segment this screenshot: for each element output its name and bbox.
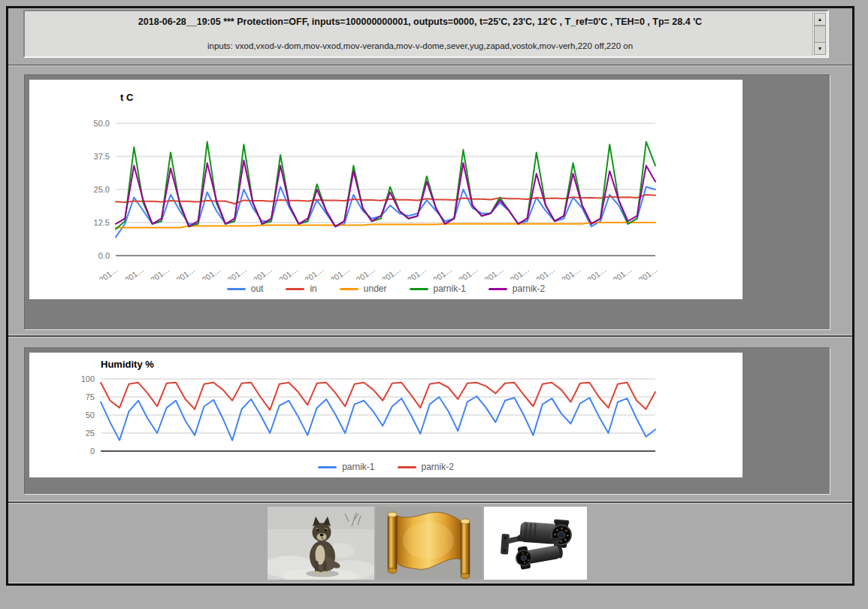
scrollbar-up-button[interactable]: ▲	[814, 13, 826, 26]
legend-label-parnik-1: parnik-1	[342, 462, 374, 472]
svg-text:201…: 201…	[380, 265, 403, 280]
svg-text:201…: 201…	[97, 265, 119, 280]
humidity-legend: parnik-1parnik-2	[29, 458, 742, 476]
temperature-panel: t C 0.012.525.037.550.0201…201…201…201…2…	[24, 74, 830, 330]
svg-text:50: 50	[86, 411, 95, 420]
svg-text:201…: 201…	[534, 265, 557, 280]
svg-text:201…: 201…	[406, 265, 428, 280]
svg-text:201…: 201…	[508, 265, 531, 280]
legend-item-parnik-1: parnik-1	[410, 283, 466, 294]
cameras-svg	[484, 507, 587, 580]
svg-text:12.5: 12.5	[94, 218, 110, 227]
legend-item-in: in	[286, 283, 316, 294]
main-window: 2018-06-28__19:05 *** Protection=OFF, in…	[6, 6, 854, 586]
svg-text:201…: 201…	[200, 265, 222, 280]
svg-text:201…: 201…	[174, 265, 197, 280]
svg-text:100: 100	[81, 374, 95, 383]
svg-text:37.5: 37.5	[94, 152, 110, 161]
humidity-section: Humidity % 0255075100 parnik-1parnik-2	[8, 336, 852, 502]
legend-swatch-parnik-2	[488, 288, 507, 290]
cameras-photo[interactable]	[484, 507, 587, 580]
svg-text:201…: 201…	[560, 265, 582, 280]
legend-label-out: out	[251, 283, 264, 294]
media-section	[8, 502, 852, 583]
status-panel: 2018-06-28__19:05 *** Protection=OFF, in…	[23, 10, 829, 58]
scroll-svg	[376, 507, 482, 580]
svg-text:50.0: 50.0	[94, 119, 110, 128]
legend-label-parnik-2: parnik-2	[513, 283, 545, 294]
svg-text:0.0: 0.0	[98, 251, 110, 260]
legend-label-parnik-1: parnik-1	[434, 283, 466, 294]
svg-text:201…: 201…	[252, 265, 274, 280]
humidity-chart: Humidity % 0255075100 parnik-1parnik-2	[29, 353, 742, 477]
up-arrow-icon: ▲	[818, 17, 823, 22]
legend-item-parnik-2: parnik-2	[488, 283, 545, 294]
legend-item-parnik-1: parnik-1	[318, 462, 374, 472]
scroll-image[interactable]	[376, 507, 482, 580]
svg-text:201…: 201…	[354, 265, 377, 280]
svg-text:201…: 201…	[149, 265, 171, 280]
svg-text:201…: 201…	[123, 265, 146, 280]
svg-text:201…: 201…	[303, 265, 325, 280]
legend-swatch-parnik-1	[318, 466, 337, 468]
svg-text:201…: 201…	[611, 265, 634, 280]
temperature-chart-title: t C	[120, 92, 133, 103]
svg-text:25: 25	[86, 429, 95, 438]
svg-text:25.0: 25.0	[94, 185, 110, 194]
humidity-panel: Humidity % 0255075100 parnik-1parnik-2	[24, 347, 830, 495]
legend-swatch-in	[286, 288, 304, 290]
temperature-legend: outinunderparnik-1parnik-2	[29, 280, 742, 298]
svg-text:201…: 201…	[482, 265, 505, 280]
legend-item-under: under	[340, 283, 387, 294]
svg-text:201…: 201…	[431, 265, 454, 280]
legend-label-in: in	[310, 283, 316, 294]
svg-text:201…: 201…	[277, 265, 300, 280]
svg-text:201…: 201…	[457, 265, 479, 280]
status-line-1: 2018-06-28__19:05 *** Protection=OFF, in…	[43, 17, 797, 27]
status-scrollbar[interactable]: ▲ ▼	[812, 12, 827, 56]
legend-swatch-under	[340, 288, 358, 290]
svg-text:201…: 201…	[225, 265, 248, 280]
legend-label-parnik-2: parnik-2	[422, 462, 454, 472]
legend-item-parnik-2: parnik-2	[398, 462, 454, 472]
down-arrow-icon: ▼	[818, 46, 823, 51]
status-row: 2018-06-28__19:05 *** Protection=OFF, in…	[8, 8, 852, 65]
legend-swatch-parnik-2	[398, 466, 416, 468]
legend-label-under: under	[364, 283, 387, 294]
temperature-chart: t C 0.012.525.037.550.0201…201…201…201…2…	[29, 80, 742, 299]
temperature-section: t C 0.012.525.037.550.0201…201…201…201…2…	[8, 65, 852, 336]
legend-item-out: out	[227, 283, 264, 294]
dog-photo[interactable]	[268, 507, 374, 580]
svg-text:0: 0	[90, 447, 95, 456]
dog-photo-image	[268, 507, 374, 580]
svg-text:75: 75	[86, 392, 95, 401]
svg-text:201…: 201…	[637, 265, 659, 280]
legend-swatch-parnik-1	[410, 288, 428, 290]
temperature-chart-plot: 0.012.525.037.550.0201…201…201…201…201…2…	[29, 80, 742, 280]
svg-text:201…: 201…	[585, 265, 608, 280]
svg-text:201…: 201…	[328, 265, 351, 280]
scrollbar-down-button[interactable]: ▼	[814, 42, 826, 55]
legend-swatch-out	[227, 288, 246, 290]
status-line-2: inputs: vxod,vxod-v-dom,mov-vxod,mov-ver…	[43, 41, 797, 50]
humidity-chart-title: Humidity %	[101, 359, 154, 370]
